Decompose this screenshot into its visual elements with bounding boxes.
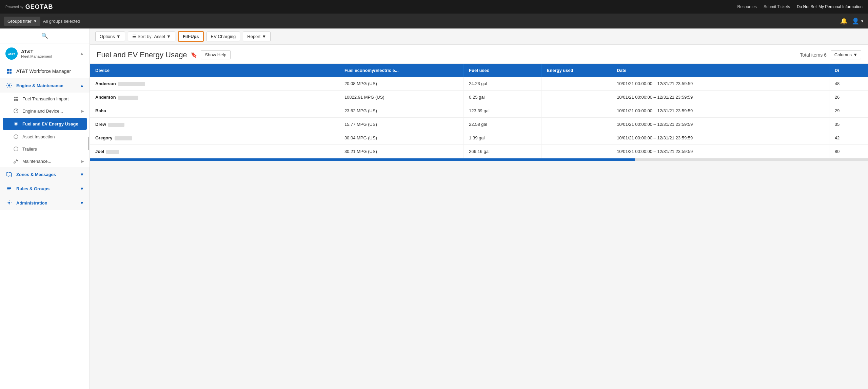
svg-rect-2	[7, 69, 9, 71]
sidebar-section-admin[interactable]: Administration ▼	[0, 196, 90, 210]
resources-link[interactable]: Resources	[737, 4, 757, 9]
sort-button[interactable]: ☰ Sort by: Asset ▼	[128, 32, 175, 41]
cell-fuel-used: 24.23 gal	[463, 77, 541, 91]
sort-label-text: Sort by:	[138, 34, 153, 39]
sidebar-logo-section: AT&T AT&T Fleet Management ▲	[0, 43, 90, 64]
data-table-container: Device Fuel economy/Electric e... Fuel u…	[90, 64, 868, 389]
col-distance[interactable]: Di	[829, 64, 868, 77]
engine-section-chevron-icon: ▲	[80, 83, 84, 88]
options-button[interactable]: Options ▼	[95, 32, 125, 41]
svg-point-14	[14, 135, 18, 139]
redacted-text	[118, 96, 138, 100]
show-help-button[interactable]: Show Help	[201, 50, 231, 59]
svg-point-19	[8, 202, 10, 204]
user-menu[interactable]: 👤 ▼	[852, 17, 864, 25]
page-header-right: Total items 6 Columns ▼	[800, 50, 861, 59]
table-row[interactable]: Joel30.21 MPG (US)266.16 gal10/01/21 00:…	[90, 145, 868, 158]
cell-device: Gregory	[90, 131, 339, 145]
cell-distance: 26	[829, 91, 868, 104]
top-bar-links: Resources Submit Tickets Do Not Sell My …	[737, 4, 863, 9]
cell-date: 10/01/21 00:00:00 – 12/31/21 23:59:59	[611, 131, 829, 145]
search-icon[interactable]: 🔍	[4, 33, 85, 39]
content-area: Options ▼ ☰ Sort by: Asset ▼ Fill-Ups EV…	[90, 28, 868, 389]
cell-fuel-economy: 23.62 MPG (US)	[339, 104, 463, 118]
sidebar-scrollbar[interactable]	[88, 137, 89, 150]
table-row[interactable]: Drew15.77 MPG (US)22.58 gal10/01/21 00:0…	[90, 118, 868, 131]
cell-date: 10/01/21 00:00:00 – 12/31/21 23:59:59	[611, 77, 829, 91]
cell-device: Anderson	[90, 91, 339, 104]
cell-energy-used	[541, 104, 611, 118]
col-device[interactable]: Device	[90, 64, 339, 77]
page-header: Fuel and EV Energy Usage 🔖 Show Help Tot…	[90, 45, 868, 64]
sidebar-section-rules[interactable]: Rules & Groups ▼	[0, 181, 90, 196]
fillups-label: Fill-Ups	[183, 34, 199, 39]
table-row[interactable]: Anderson10822.91 MPG (US)0.25 gal10/01/2…	[90, 91, 868, 104]
powered-by-text: Powered by	[5, 5, 23, 9]
geotab-logo-text: GEOTAB	[25, 3, 53, 11]
admin-chevron-icon: ▼	[80, 200, 84, 206]
table-row[interactable]: Anderson20.08 MPG (US)24.23 gal10/01/21 …	[90, 77, 868, 91]
cell-fuel-economy: 10822.91 MPG (US)	[339, 91, 463, 104]
sidebar-item-fuel-ev[interactable]: Fuel and EV Energy Usage	[3, 118, 87, 130]
columns-button[interactable]: Columns ▼	[831, 50, 861, 59]
fuel-ev-icon	[13, 121, 19, 127]
sidebar-section-rules-label: Rules & Groups	[16, 186, 50, 191]
maintenance-wrench-icon	[13, 158, 19, 164]
sidebar-item-fuel-import-label: Fuel Transaction Import	[22, 96, 69, 101]
sidebar-section-admin-label: Administration	[16, 200, 47, 206]
sidebar-item-trailers[interactable]: Trailers	[0, 143, 90, 155]
do-not-sell-link[interactable]: Do Not Sell My Personal Information	[797, 4, 863, 9]
sidebar-item-maintenance[interactable]: Maintenance... ▶	[0, 155, 90, 167]
cell-distance: 29	[829, 104, 868, 118]
report-label: Report	[247, 34, 260, 39]
col-fuel-economy[interactable]: Fuel economy/Electric e...	[339, 64, 463, 77]
sidebar-item-fuel-import[interactable]: Fuel Transaction Import	[0, 93, 90, 105]
sidebar-section-engine-label: Engine & Maintenance	[16, 83, 63, 88]
notification-bell-icon[interactable]: 🔔	[840, 17, 848, 25]
cell-date: 10/01/21 00:00:00 – 12/31/21 23:59:59	[611, 145, 829, 158]
col-fuel-used[interactable]: Fuel used	[463, 64, 541, 77]
sidebar-item-workforce[interactable]: AT&T Workforce Manager	[0, 64, 90, 78]
sidebar-search-section: 🔍	[0, 28, 90, 43]
redacted-text	[118, 82, 145, 86]
svg-rect-17	[7, 188, 11, 189]
submit-tickets-link[interactable]: Submit Tickets	[764, 4, 790, 9]
table-scroll-bar[interactable]	[90, 158, 868, 161]
col-date[interactable]: Date	[611, 64, 829, 77]
top-bar: Powered by GEOTAB Resources Submit Ticke…	[0, 0, 868, 14]
table-row[interactable]: Baha23.62 MPG (US)123.39 gal10/01/21 00:…	[90, 104, 868, 118]
cell-fuel-economy: 15.77 MPG (US)	[339, 118, 463, 131]
sidebar-section-engine[interactable]: Engine & Maintenance ▲	[0, 78, 90, 93]
col-energy-used[interactable]: Energy used	[541, 64, 611, 77]
admin-settings-icon	[5, 199, 13, 207]
toolbar: Options ▼ ☰ Sort by: Asset ▼ Fill-Ups EV…	[90, 28, 868, 45]
user-menu-chevron-icon: ▼	[861, 19, 864, 23]
sidebar-item-asset-inspection[interactable]: Asset Inspection	[0, 131, 90, 143]
svg-point-15	[14, 147, 18, 151]
cell-fuel-economy: 20.08 MPG (US)	[339, 77, 463, 91]
columns-chevron-icon: ▼	[853, 52, 857, 57]
geotab-logo: Powered by GEOTAB	[5, 3, 53, 11]
fillups-tab-button[interactable]: Fill-Ups	[178, 31, 204, 42]
groups-bar: Groups filter ▼ All groups selected 🔔 👤 …	[0, 14, 868, 28]
cell-date: 10/01/21 00:00:00 – 12/31/21 23:59:59	[611, 91, 829, 104]
company-name: AT&T	[21, 49, 52, 54]
table-row[interactable]: Gregory30.04 MPG (US)1.39 gal10/01/21 00…	[90, 131, 868, 145]
cell-energy-used	[541, 91, 611, 104]
groups-filter-chevron-icon: ▼	[34, 19, 37, 23]
svg-rect-5	[9, 72, 12, 74]
cell-distance: 35	[829, 118, 868, 131]
sidebar-item-engine-device[interactable]: Engine and Device... ▶	[0, 105, 90, 117]
report-button[interactable]: Report ▼	[243, 32, 271, 41]
svg-point-13	[15, 123, 17, 125]
svg-rect-18	[7, 190, 10, 190]
puzzle-icon	[5, 67, 13, 75]
groups-filter-button[interactable]: Groups filter ▼	[4, 17, 40, 26]
sidebar-collapse-icon[interactable]: ▲	[79, 51, 84, 56]
sidebar-section-zones[interactable]: Zones & Messages ▼	[0, 167, 90, 181]
redacted-text	[115, 136, 132, 140]
ev-charging-button[interactable]: EV Charging	[206, 32, 240, 41]
gauge-icon	[13, 108, 19, 114]
cell-device: Baha	[90, 104, 339, 118]
bookmark-icon[interactable]: 🔖	[191, 52, 197, 58]
